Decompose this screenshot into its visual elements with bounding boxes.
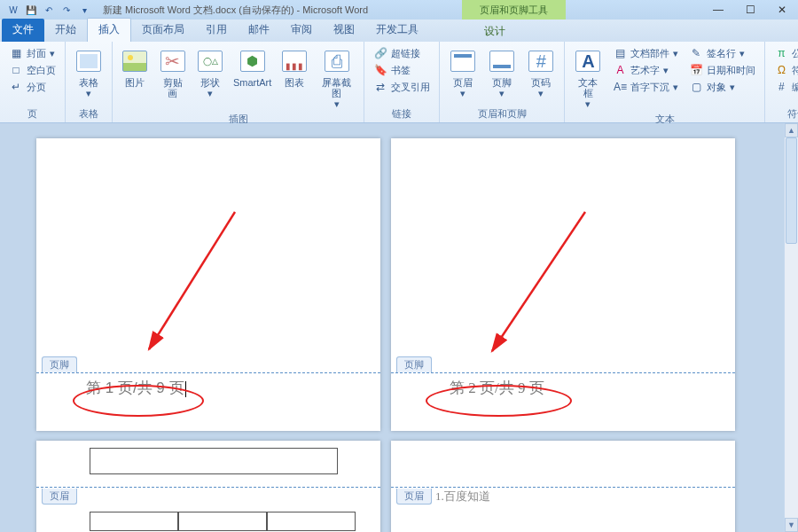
- scroll-up-icon[interactable]: ▲: [785, 123, 798, 137]
- minimize-button[interactable]: —: [702, 0, 734, 20]
- undo-icon[interactable]: ↶: [41, 3, 57, 17]
- group-label-tables: 表格: [71, 106, 106, 122]
- group-label-pages: 页: [5, 106, 59, 122]
- bookmark-button[interactable]: 🔖书签: [370, 62, 434, 78]
- symbol-button[interactable]: Ω符号▾: [771, 62, 798, 78]
- group-illustrations: 图片 剪贴画 形状▾ SmartArt 图表 屏幕截图▾ 插图: [113, 42, 364, 122]
- tab-mailings[interactable]: 邮件: [238, 19, 280, 42]
- page-2-footer-text[interactable]: 第 2 页/共 9 页: [450, 378, 544, 398]
- tab-developer[interactable]: 开发工具: [365, 19, 429, 42]
- ribbon-tabs: 文件 开始 插入 页面布局 引用 邮件 审阅 视图 开发工具 设计: [0, 20, 798, 42]
- tab-view[interactable]: 视图: [323, 19, 365, 42]
- tab-hf-design[interactable]: 设计: [470, 20, 520, 43]
- tab-insert[interactable]: 插入: [87, 18, 131, 42]
- sigline-button[interactable]: ✎签名行▾: [685, 45, 759, 61]
- header-tab-4[interactable]: 页眉: [396, 489, 432, 505]
- page-break-button[interactable]: ↵分页: [5, 79, 59, 95]
- hyperlink-button[interactable]: 🔗超链接: [370, 45, 434, 61]
- footer-tab-2[interactable]: 页脚: [396, 356, 432, 372]
- document-area[interactable]: 页脚 第 1 页/共 9 页 页脚 第 2 页/共 9 页 页眉 页眉 1.百度…: [0, 123, 798, 532]
- footer-tab-1[interactable]: 页脚: [42, 356, 77, 372]
- context-tool-label: 页眉和页脚工具: [462, 0, 566, 20]
- group-label-symbols: 符号: [771, 106, 798, 122]
- redo-icon[interactable]: ↷: [59, 3, 74, 17]
- group-header-footer: 页眉▾ 页脚▾ 页码▾ 页眉和页脚: [440, 42, 565, 122]
- page-4-header-text[interactable]: 1.百度知道: [435, 489, 490, 505]
- smartart-button[interactable]: SmartArt: [231, 45, 274, 90]
- tab-references[interactable]: 引用: [195, 19, 238, 42]
- header-button[interactable]: 页眉▾: [445, 45, 481, 100]
- dropcap-button[interactable]: A≡首字下沉▾: [609, 79, 682, 95]
- cover-page-button[interactable]: ▦封面▾: [5, 45, 59, 61]
- tab-layout[interactable]: 页面布局: [131, 19, 195, 42]
- number-button[interactable]: #编号: [771, 79, 798, 95]
- close-button[interactable]: ✕: [766, 0, 798, 20]
- datetime-button[interactable]: 📅日期和时间: [685, 62, 759, 78]
- table-button[interactable]: 表格▾: [71, 45, 106, 100]
- page-1[interactable]: 页脚 第 1 页/共 9 页: [36, 138, 380, 431]
- page-2[interactable]: 页脚 第 2 页/共 9 页: [391, 138, 735, 431]
- vertical-scrollbar[interactable]: ▲ ▼: [784, 123, 798, 532]
- quick-access-toolbar: W 💾 ↶ ↷ ▾: [0, 3, 98, 17]
- ribbon: ▦封面▾ □空白页 ↵分页 页 表格▾ 表格 图片 剪贴画 形状▾ SmartA…: [0, 42, 798, 123]
- group-label-hf: 页眉和页脚: [445, 106, 559, 122]
- page-4[interactable]: 页眉 1.百度知道: [391, 441, 735, 532]
- pagenum-button[interactable]: 页码▾: [523, 45, 559, 100]
- word-icon[interactable]: W: [5, 3, 21, 17]
- save-icon[interactable]: 💾: [23, 3, 39, 17]
- equation-button[interactable]: π公式▾: [771, 45, 798, 61]
- chart-button[interactable]: 图表: [278, 45, 311, 90]
- group-symbols: π公式▾ Ω符号▾ #编号 符号: [765, 42, 798, 122]
- tab-home[interactable]: 开始: [44, 19, 87, 42]
- group-tables: 表格▾ 表格: [66, 42, 113, 122]
- tab-review[interactable]: 审阅: [280, 19, 323, 42]
- picture-button[interactable]: 图片: [118, 45, 152, 90]
- group-text: 文本框▾ ▤文档部件▾ A艺术字▾ A≡首字下沉▾ ✎签名行▾ 📅日期和时间 ▢…: [565, 42, 765, 122]
- screenshot-button[interactable]: 屏幕截图▾: [315, 45, 358, 111]
- blank-page-button[interactable]: □空白页: [5, 62, 59, 78]
- group-label-links: 链接: [370, 106, 434, 122]
- title-bar: W 💾 ↶ ↷ ▾ 新建 Microsoft Word 文档.docx (自动保…: [0, 0, 798, 20]
- footer-button[interactable]: 页脚▾: [484, 45, 520, 100]
- wordart-button[interactable]: A艺术字▾: [609, 62, 682, 78]
- group-pages: ▦封面▾ □空白页 ↵分页 页: [0, 42, 66, 122]
- crossref-button[interactable]: ⇄交叉引用: [370, 79, 434, 95]
- page-1-footer-text[interactable]: 第 1 页/共 9 页: [86, 378, 187, 398]
- header-tab-3[interactable]: 页眉: [42, 489, 77, 505]
- tab-file[interactable]: 文件: [2, 19, 44, 42]
- qat-more-icon[interactable]: ▾: [76, 3, 92, 17]
- clipart-button[interactable]: 剪贴画: [155, 45, 190, 100]
- quickparts-button[interactable]: ▤文档部件▾: [609, 45, 682, 61]
- group-links: 🔗超链接 🔖书签 ⇄交叉引用 链接: [364, 42, 440, 122]
- scroll-thumb[interactable]: [786, 137, 797, 244]
- maximize-button[interactable]: ☐: [734, 0, 766, 20]
- shapes-button[interactable]: 形状▾: [193, 45, 227, 100]
- object-button[interactable]: ▢对象▾: [685, 79, 759, 95]
- scroll-down-icon[interactable]: ▼: [785, 518, 798, 532]
- textbox-button[interactable]: 文本框▾: [570, 45, 606, 111]
- page-3[interactable]: 页眉: [36, 441, 380, 532]
- window-title: 新建 Microsoft Word 文档.docx (自动保存的) - Micr…: [103, 4, 368, 17]
